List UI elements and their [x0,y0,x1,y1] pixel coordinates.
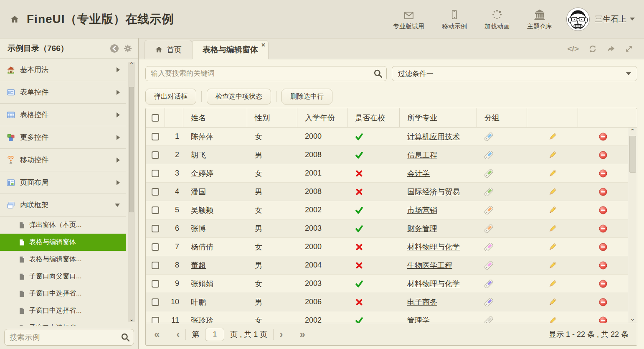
row-checkbox[interactable] [152,151,159,159]
edit-pencil-icon[interactable] [548,188,557,196]
row-checkbox[interactable] [152,206,159,214]
row-checkbox[interactable] [152,188,159,196]
delete-row-icon[interactable] [599,261,607,270]
major-link[interactable]: 计算机应用技术 [407,132,460,142]
next-page-icon[interactable]: › [279,329,283,339]
table-row[interactable]: 10 叶鹏 男 2006 电子商务 [146,293,628,311]
gear-icon[interactable] [123,44,132,53]
tag-icon[interactable] [484,132,493,141]
scroll-up-icon[interactable]: ⌃ [630,128,635,134]
tag-icon[interactable] [484,280,493,288]
scroll-up-icon[interactable]: ⌃ [129,62,134,68]
table-scrollbar[interactable]: ⌃ ⌄ [628,127,637,323]
nav-themes[interactable]: 主题仓库 [527,8,552,31]
user-menu[interactable]: 三生石上 [595,14,635,25]
edit-pencil-icon[interactable] [548,280,557,288]
delete-row-icon[interactable] [599,188,607,196]
nav-mobile[interactable]: 移动示例 [442,8,467,31]
edit-pencil-icon[interactable] [548,151,557,159]
sidebar-subitem-select-province-3[interactable]: 子窗口中选择省 [0,319,126,326]
edit-pencil-icon[interactable] [548,316,557,323]
table-row[interactable]: 8 董超 男 2004 生物医学工程 [146,256,628,275]
delete-row-icon[interactable] [599,243,607,251]
delete-row-icon[interactable] [599,224,607,233]
sidebar-subitem-select-province-1[interactable]: 子窗口中选择省... [0,285,126,302]
table-row[interactable]: 9 张娟娟 女 2003 材料物理与化学 [146,275,628,293]
row-checkbox[interactable] [152,243,159,251]
sidebar-subitem-child-to-parent[interactable]: 子窗口向父窗口... [0,268,126,285]
delete-row-icon[interactable] [599,316,607,323]
sidebar-item-more[interactable]: 更多控件 [0,126,126,149]
sidebar-subitem-select-province-2[interactable]: 子窗口中选择省... [0,302,126,319]
table-row[interactable]: 2 胡飞 男 2008 信息工程 [146,146,628,164]
source-code-icon[interactable]: </> [568,44,579,53]
tag-icon[interactable] [484,224,493,233]
tag-icon[interactable] [484,298,493,306]
edit-pencil-icon[interactable] [548,298,557,306]
major-link[interactable]: 信息工程 [407,150,437,160]
brand[interactable]: FineUI（专业版）在线示例 [10,11,174,27]
nav-trial[interactable]: 专业版试用 [393,8,424,31]
tag-icon[interactable] [484,151,493,159]
major-link[interactable]: 会计学 [407,168,430,178]
sidebar-subitem-grid-edit-window2[interactable]: 表格与编辑窗体... [0,251,126,268]
row-checkbox[interactable] [152,170,159,177]
delete-row-icon[interactable] [599,169,607,178]
delete-row-icon[interactable] [599,132,607,141]
edit-pencil-icon[interactable] [548,261,557,270]
major-link[interactable]: 生物医学工程 [407,260,452,270]
student-name-link[interactable]: 董超 [191,260,206,270]
row-checkbox[interactable] [152,133,159,140]
select-all-checkbox[interactable] [152,114,159,122]
row-checkbox[interactable] [152,262,159,269]
table-row[interactable]: 5 吴颖颖 女 2002 市场营销 [146,201,628,219]
search-icon[interactable] [373,69,383,78]
sidebar-item-grid[interactable]: 表格控件 [0,104,126,126]
major-link[interactable]: 材料物理与化学 [407,242,460,252]
row-checkbox[interactable] [152,280,159,288]
sidebar-item-mobile[interactable]: 移动控件 [0,149,126,171]
sidebar-subitem-grid-edit-window[interactable]: 表格与编辑窗体 [0,234,126,251]
tag-icon[interactable] [484,206,493,214]
delete-row-icon[interactable] [599,280,607,288]
refresh-icon[interactable] [588,44,597,53]
table-row[interactable]: 4 潘国 男 2008 国际经济与贸易 [146,183,628,201]
major-link[interactable]: 国际经济与贸易 [407,187,460,197]
sidebar-search-input[interactable] [4,329,134,346]
sidebar-item-basic[interactable]: 基本用法 [0,59,126,81]
delete-row-icon[interactable] [599,298,607,306]
edit-pencil-icon[interactable] [548,243,557,251]
open-dialog-button[interactable]: 弹出对话框 [145,89,196,104]
tag-icon[interactable] [484,188,493,196]
major-link[interactable]: 电子商务 [407,297,437,307]
delete-row-icon[interactable] [599,151,607,159]
prev-page-icon[interactable]: ‹ [176,329,180,339]
table-row[interactable]: 3 金婷婷 女 2001 会计学 [146,164,628,183]
scrollbar-thumb[interactable] [629,136,636,173]
filter-dropdown[interactable]: 过滤条件一 [392,66,637,81]
tab-home[interactable]: 首页 [145,40,192,59]
search-icon[interactable] [121,333,130,342]
tab-grid-edit-window[interactable]: 表格与编辑窗体 × [192,40,269,59]
close-icon[interactable]: × [261,42,265,48]
row-checkbox[interactable] [152,225,159,232]
tag-icon[interactable] [484,261,493,270]
scroll-down-icon[interactable]: ⌄ [630,316,635,322]
delete-selected-button[interactable]: 删除选中行 [281,89,332,104]
tag-icon[interactable] [484,169,493,178]
major-link[interactable]: 财务管理 [407,224,437,234]
row-checkbox[interactable] [152,317,159,323]
major-link[interactable]: 市场营销 [407,205,437,215]
table-row[interactable]: 1 陈萍萍 女 2000 计算机应用技术 [146,127,628,146]
check-selected-button[interactable]: 检查选中项状态 [207,89,271,104]
table-row-partial[interactable]: 11 张玲玲 女 2002 管理学 [146,311,628,323]
edit-pencil-icon[interactable] [548,169,557,178]
scrollbar-thumb[interactable] [129,87,134,212]
tag-icon[interactable] [484,316,493,323]
major-link[interactable]: 材料物理与化学 [407,279,460,289]
avatar[interactable] [566,8,590,31]
keyword-search-input[interactable] [145,66,387,81]
collapse-sidebar-icon[interactable] [110,44,119,53]
sidebar-subitem-popup-window[interactable]: 弹出窗体（本页... [0,217,126,234]
last-page-icon[interactable]: » [299,329,305,339]
